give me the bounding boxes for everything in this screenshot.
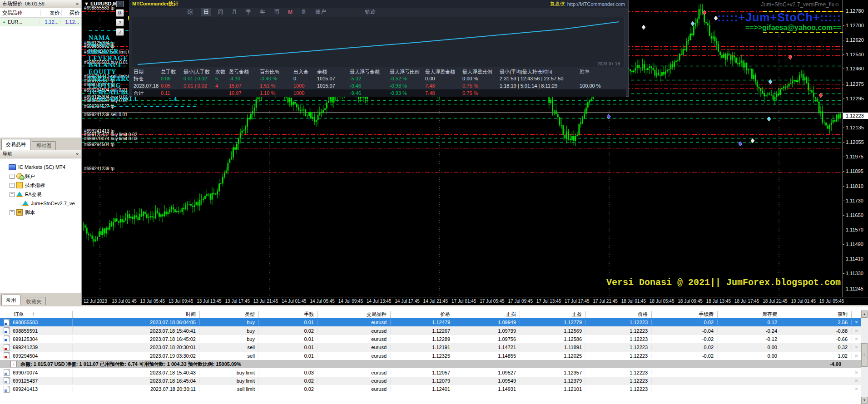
mtc-menu-8[interactable]: 备: [301, 8, 307, 16]
close-order-icon[interactable]: ✕: [852, 320, 861, 325]
mtcommander-menu: 综日周月季年币M备账户轨迹: [129, 8, 628, 16]
pending-order-row[interactable]: 6990700742023.07.18 15:40:43buy limit0.0…: [0, 368, 861, 376]
orders-column-1[interactable]: 时间: [73, 311, 200, 318]
column-bid[interactable]: 卖价: [41, 10, 62, 16]
order-row[interactable]: 6988555912023.07.18 15:40:41buy0.02eurus…: [0, 326, 861, 335]
cell-symbol: eurusd: [318, 378, 391, 384]
orders-column-3[interactable]: 手数: [259, 311, 318, 318]
tree-item-3[interactable]: −EA交易: [0, 190, 81, 199]
close-icon[interactable]: ✕: [75, 152, 79, 157]
expand-icon[interactable]: +: [10, 210, 15, 215]
close-order-icon[interactable]: ✕: [852, 337, 861, 341]
price-axis-label: 1.11245: [846, 286, 863, 291]
ea-sell-count: : 4: [169, 96, 177, 103]
tree-item-1[interactable]: +账户: [0, 172, 81, 181]
mtc-menu-3[interactable]: 月: [232, 8, 237, 16]
mtc-menu-4[interactable]: 季: [246, 8, 251, 16]
orders-column-2[interactable]: 类型: [200, 311, 259, 318]
tab-terminal-1[interactable]: 收藏夹: [22, 297, 46, 306]
orders-column-0[interactable]: 订单/: [0, 311, 73, 318]
orders-column-6[interactable]: 止损: [454, 311, 520, 318]
price-axis-label: 1.11975: [846, 154, 863, 159]
stats-cell: 0.00 %: [461, 76, 498, 81]
pending-order-row[interactable]: 6992414132023.07.18 20:30:11sell limit0.…: [0, 385, 861, 393]
order-row[interactable]: 6988555832023.07.18 06:04:05buy0.01eurus…: [0, 318, 861, 326]
orders-column-8[interactable]: 价格: [586, 311, 652, 318]
stats-cell: -0.93 %: [388, 83, 423, 89]
mtc-menu-1[interactable]: 日: [201, 8, 211, 16]
mtcommander-url[interactable]: http://MTCommander.com: [567, 1, 625, 7]
mtc-menu-10[interactable]: 轨迹: [365, 8, 376, 16]
scroll-up-icon[interactable]: ▲: [861, 310, 868, 318]
chart-tool-button-0[interactable]: 移: [116, 9, 124, 17]
tab-terminal-0[interactable]: 常用: [1, 295, 20, 306]
stats-cell: 1.10 %: [258, 90, 292, 96]
pending-order-row[interactable]: 6991254372023.07.18 16:45:04buy limit0.0…: [0, 377, 861, 385]
tree-item-5[interactable]: +脚本: [0, 208, 81, 217]
order-row[interactable]: 6992412392023.07.18 20:30:01sell0.01euru…: [0, 343, 861, 351]
close-icon[interactable]: ✕: [75, 2, 79, 6]
close-order-icon[interactable]: ✕: [852, 370, 861, 375]
orders-column-7[interactable]: 止盈: [520, 311, 586, 318]
close-order-icon[interactable]: ✕: [852, 329, 861, 333]
stats-cell: 0: [292, 76, 315, 81]
ea-signature-email: ==>>gifaesa@yahoo,com==: [745, 24, 841, 32]
cell-id: 699241413: [0, 386, 73, 393]
cell-time: 2023.07.18 16:45:04: [73, 378, 200, 384]
time-axis[interactable]: 12 Jul 202313 Jul 01:4513 Jul 05:4513 Ju…: [82, 297, 868, 305]
column-ask[interactable]: 买价: [62, 10, 81, 16]
market-watch-row-eurusd[interactable]: ▲ EUR... 1.12... 1.12...: [0, 18, 81, 26]
order-line-label: #699070074 buy limit 0.03: [84, 136, 137, 141]
order-row[interactable]: 6992945042023.07.19 03:30:02sell0.01euru…: [0, 352, 861, 360]
up-arrow-icon: ▲: [2, 20, 6, 24]
navigator-titlebar[interactable]: 导航 ✕: [0, 150, 81, 158]
cell-symbol: eurusd: [318, 345, 391, 350]
order-row[interactable]: 6991253042023.07.18 16:45:02buy0.01eurus…: [0, 335, 861, 343]
cell-sl: 1.14855: [454, 353, 520, 359]
scrollbar-thumb[interactable]: ≡: [861, 343, 868, 367]
mtcommander-titlebar[interactable]: MTCommander统计 复盘侠 http://MTCommander.com: [129, 0, 628, 8]
price-axis-label: 1.11490: [846, 241, 863, 247]
chart-tool-button-1[interactable]: ?: [116, 19, 124, 26]
tree-item-2[interactable]: +技术指标: [0, 181, 81, 190]
mtc-menu-7[interactable]: M: [288, 9, 293, 15]
mtc-menu-9[interactable]: 账户: [315, 8, 326, 16]
tab-symbols-1[interactable]: 即时图: [32, 141, 56, 150]
orders-column-10[interactable]: 库存费: [718, 311, 781, 318]
expand-icon[interactable]: +: [10, 183, 15, 188]
tab-symbols-0[interactable]: 交易品种: [1, 139, 30, 150]
price-axis-label: 1.12135: [846, 125, 864, 130]
close-order-icon[interactable]: ✕: [852, 354, 861, 358]
balance-row: ↓余额: 1 015.07 USD 净值: 1 011.07 已用预付款: 6.…: [0, 360, 861, 368]
chart-minimize-button[interactable]: −: [116, 1, 124, 7]
orders-table-body: 6988555832023.07.18 06:04:05buy0.01eurus…: [0, 318, 861, 394]
mtcommander-panel[interactable]: MTCommander统计 复盘侠 http://MTCommander.com…: [129, 0, 629, 97]
mtc-menu-0[interactable]: 综: [187, 8, 193, 16]
mtc-menu-2[interactable]: 周: [218, 8, 223, 16]
mtc-menu-6[interactable]: 币: [274, 8, 279, 16]
column-symbol[interactable]: 交易品种: [0, 10, 41, 16]
close-order-icon[interactable]: ✕: [852, 379, 861, 383]
orders-column-9[interactable]: 手续费: [652, 311, 718, 318]
chart-tool-button-2[interactable]: √: [116, 28, 124, 36]
tree-item-4[interactable]: Jum+StoC+v2.7_ve: [0, 199, 81, 208]
indicator-icon: [16, 182, 23, 188]
close-order-icon[interactable]: ✕: [852, 345, 861, 350]
scroll-down-icon[interactable]: ▼: [861, 397, 868, 404]
order-doc-icon: [4, 327, 10, 334]
expand-icon[interactable]: +: [10, 174, 15, 179]
tree-item-0[interactable]: IC Markets (SC) MT4: [0, 163, 81, 172]
terminal-scrollbar[interactable]: ▲ ≡ ▼: [861, 310, 868, 404]
time-axis-label: 17 Jul 01:45: [451, 299, 476, 304]
time-axis-label: 14 Jul 13:45: [367, 299, 392, 304]
cell-profit: -0.66: [781, 336, 852, 342]
orders-column-4[interactable]: 交易品种: [318, 311, 391, 318]
navigator-title: 导航: [2, 151, 12, 158]
market-watch-titlebar[interactable]: 市场报价: 06:01:59 ✕: [0, 0, 81, 8]
time-axis-label: 18 Jul 09:45: [678, 299, 703, 304]
orders-column-11[interactable]: 获利: [781, 311, 852, 318]
mtc-menu-5[interactable]: 年: [260, 8, 265, 16]
close-order-icon[interactable]: ✕: [852, 387, 861, 391]
orders-column-5[interactable]: 价格: [391, 311, 454, 318]
collapse-icon[interactable]: −: [10, 192, 15, 197]
